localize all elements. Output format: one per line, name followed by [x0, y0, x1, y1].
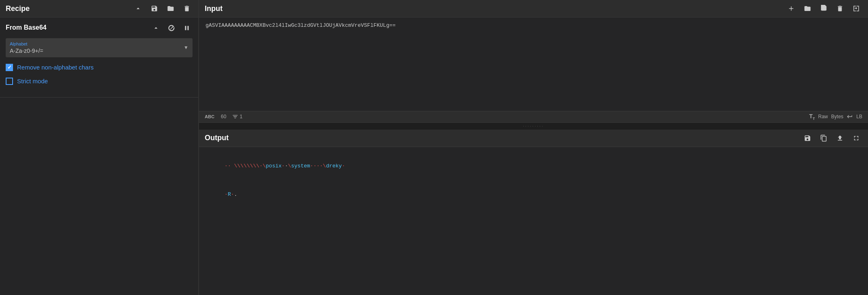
- fullscreen-icon: [853, 134, 860, 142]
- output-dot6: ·: [316, 163, 320, 169]
- output-copy-button[interactable]: [818, 134, 830, 143]
- recipe-open-button[interactable]: [165, 4, 176, 13]
- operation-block: From Base64 Alphabet A-Za-z0-9+/= ▼ ✓ Re…: [0, 17, 198, 98]
- input-title: Input: [205, 4, 781, 13]
- ban-icon: [168, 24, 175, 32]
- plus-icon: [788, 5, 795, 12]
- import-icon: [820, 5, 827, 12]
- output-space2: ·: [285, 163, 288, 169]
- input-header: Input: [199, 0, 868, 17]
- strict-mode-row[interactable]: Strict mode: [6, 78, 193, 85]
- output-header: Output: [199, 130, 868, 147]
- return-icon: [846, 113, 853, 120]
- status-right: TT Raw Bytes LB: [809, 113, 862, 121]
- output-content: ·· \\\\\\\\·\posix··\system····\dreky· ·…: [199, 147, 868, 295]
- output-save-button[interactable]: [801, 134, 814, 143]
- pause-icon: [183, 24, 190, 32]
- output-dot8: ·: [342, 163, 345, 169]
- output-line2: ·R·.: [206, 180, 862, 209]
- line-count-icon: 1: [232, 113, 242, 120]
- operation-title: From Base64: [6, 24, 146, 31]
- recipe-delete-button[interactable]: [181, 4, 193, 13]
- operation-header: From Base64: [6, 23, 193, 33]
- operation-disable-button[interactable]: [166, 23, 177, 33]
- output-dot9: ·: [225, 191, 228, 197]
- bytes-label[interactable]: Bytes: [831, 114, 843, 119]
- alphabet-value: A-Za-z0-9+/=: [10, 48, 188, 54]
- folder-icon: [167, 5, 174, 12]
- remove-non-alphabet-checkbox[interactable]: ✓: [6, 64, 13, 71]
- left-panel: Recipe From Base64: [0, 0, 199, 295]
- strict-mode-label: Strict mode: [17, 78, 48, 85]
- dropdown-arrow-icon: ▼: [184, 45, 188, 50]
- output-posix: posix: [266, 163, 281, 169]
- strict-mode-checkbox[interactable]: [6, 78, 13, 85]
- right-panel: Input gASVIAAAAAAAAACMBXBvc2l4lIwGc3lzdG…: [199, 0, 868, 295]
- folder-icon: [804, 5, 811, 12]
- output-bs2: \: [288, 163, 291, 169]
- output-dot3: ·: [281, 163, 285, 169]
- input-add-button[interactable]: [785, 4, 797, 13]
- output-system: system: [291, 163, 310, 169]
- output-fullscreen-button[interactable]: [850, 134, 862, 143]
- drag-handle[interactable]: ·········: [199, 123, 868, 130]
- chevron-up-icon: [134, 5, 142, 12]
- export-icon: [836, 134, 844, 142]
- char-count: 60: [221, 114, 226, 119]
- recipe-header: Recipe: [0, 0, 198, 17]
- alphabet-dropdown[interactable]: Alphabet A-Za-z0-9+/= ▼: [6, 38, 193, 57]
- output-slashes: \\\\\\\\: [234, 163, 259, 169]
- raw-label[interactable]: Raw: [818, 114, 828, 119]
- output-title: Output: [205, 134, 797, 142]
- input-status-bar: ABC 60 1 TT Raw Bytes LB: [199, 111, 868, 123]
- input-delete-button[interactable]: [834, 4, 846, 13]
- lb-label[interactable]: LB: [856, 114, 862, 119]
- alphabet-label: Alphabet: [10, 41, 188, 46]
- operation-pause-button[interactable]: [181, 23, 193, 33]
- input-folder-button[interactable]: [801, 4, 814, 13]
- line-count: 1: [240, 114, 242, 119]
- save-icon: [151, 5, 158, 12]
- input-split-button[interactable]: [850, 4, 862, 13]
- remove-non-alphabet-row[interactable]: ✓ Remove non-alphabet chars: [6, 64, 193, 71]
- recipe-collapse-button[interactable]: [132, 4, 144, 13]
- remove-non-alphabet-label: Remove non-alphabet chars: [17, 64, 93, 71]
- output-dot7: ·: [320, 163, 323, 169]
- recipe-title: Recipe: [6, 4, 128, 13]
- output-export-button[interactable]: [834, 134, 846, 143]
- split-icon: [853, 5, 860, 12]
- tt-icon: TT: [809, 113, 815, 121]
- input-content[interactable]: gASVIAAAAAAAAACMBXBvc2l4lIwGc3lzdGVtlJOU…: [199, 17, 868, 111]
- trash-icon: [183, 5, 190, 12]
- operation-collapse-button[interactable]: [150, 23, 162, 33]
- checkmark-icon: ✓: [7, 64, 12, 70]
- trash-icon: [836, 5, 844, 12]
- save-icon: [804, 134, 811, 142]
- output-period: .: [234, 191, 237, 197]
- output-line1: ·· \\\\\\\\·\posix··\system····\dreky·: [206, 152, 862, 180]
- lines-icon: [232, 113, 238, 120]
- abc-icon: ABC: [205, 114, 214, 119]
- output-bs3: \: [323, 163, 326, 169]
- input-import-button[interactable]: [818, 4, 830, 13]
- copy-icon: [820, 134, 827, 142]
- chevron-up-icon: [152, 24, 160, 32]
- output-dreky: dreky: [326, 163, 342, 169]
- input-text: gASVIAAAAAAAAACMBXBvc2l4lIwGc3lzdGVtlJOU…: [206, 22, 396, 28]
- recipe-save-button[interactable]: [149, 4, 160, 13]
- output-dot: ·: [225, 163, 228, 169]
